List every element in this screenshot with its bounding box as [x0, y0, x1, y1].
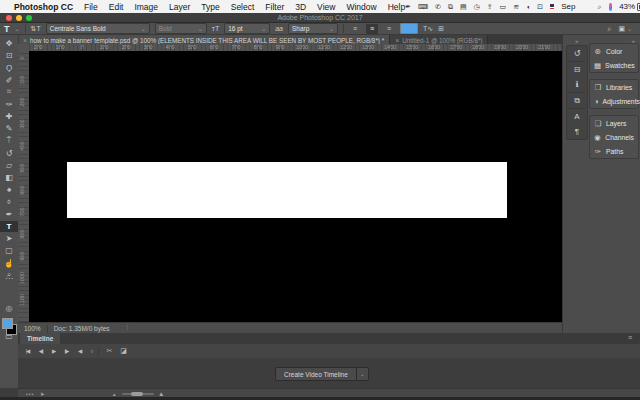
split-button[interactable]: ✂ [104, 346, 115, 356]
display-arrow-icon[interactable]: ▤ [460, 3, 467, 11]
spotlight-icon[interactable]: ⌕ [598, 3, 602, 11]
healing-brush-tool[interactable]: ✚ [0, 111, 18, 122]
menu-3d[interactable]: 3D [295, 2, 306, 12]
anti-alias-select[interactable]: Sharp⌄ [288, 23, 338, 34]
panel-button-channels[interactable]: ◉Channels [590, 130, 638, 144]
search-icon[interactable]: ⌕ [607, 25, 611, 33]
quick-selection-tool[interactable]: ✐ [0, 75, 18, 86]
tab-label: Untitled-1 @ 100% (RGB/8*) [402, 37, 482, 44]
gradient-tool[interactable]: ◧ [0, 172, 18, 183]
eraser-tool[interactable]: ▱ [0, 160, 18, 171]
current-tool-icon[interactable]: T [4, 24, 10, 34]
character-panel-icon[interactable]: A [567, 109, 587, 124]
hand-tool[interactable]: ☝ [0, 258, 18, 269]
airplay-icon[interactable]: ⊡ [537, 3, 543, 11]
text-color-swatch[interactable] [400, 23, 418, 34]
align-center-button[interactable]: ≡ [366, 24, 378, 34]
close-tab-icon[interactable]: × [23, 37, 27, 44]
menu-edit[interactable]: Edit [109, 2, 124, 12]
pen-tool[interactable]: ✒ [0, 209, 18, 220]
font-family-select[interactable]: Centrale Sans Bold⌄ [46, 23, 150, 34]
shape-tool[interactable]: ▢ [0, 245, 18, 256]
close-tab-icon[interactable]: × [395, 37, 399, 44]
first-frame-button[interactable]: |◀ [22, 346, 33, 356]
align-right-button[interactable]: ≡ [383, 24, 395, 34]
blur-tool[interactable]: ♠ [0, 184, 18, 195]
paragraph-panel-icon[interactable]: ¶ [567, 124, 587, 139]
timeline-zoom-handle[interactable] [131, 392, 143, 396]
panel-button-color[interactable]: ⊛Color [590, 44, 638, 58]
move-tool[interactable]: ✥ [0, 38, 18, 49]
create-video-timeline-button[interactable]: Create Video Timeline [275, 367, 357, 381]
dodge-tool[interactable]: ⌽ [0, 197, 18, 208]
settings-button[interactable]: ○ [86, 346, 97, 356]
warp-text-icon[interactable]: T∿ [423, 25, 433, 33]
clone-stamp-tool[interactable]: ⍑ [0, 136, 18, 147]
marquee-tool[interactable]: ⊡ [0, 50, 18, 61]
menu-file[interactable]: File [84, 2, 98, 12]
font-size-select[interactable]: 16 pt⌄ [224, 23, 270, 34]
battery-indicator[interactable]: 43% [619, 2, 640, 11]
menu-type[interactable]: Type [201, 2, 219, 12]
timeline-type-chevron-icon[interactable]: ⌄ [357, 367, 369, 381]
collapse-dock-icon[interactable]: » [575, 38, 578, 44]
panel-label: Adjustments [603, 98, 640, 105]
menu-window[interactable]: Window [346, 2, 376, 12]
edit-toolbar-icon[interactable]: ⋯ [0, 273, 18, 284]
menu-app-name[interactable]: Photoshop CC [14, 2, 73, 12]
input-source-flag-icon[interactable] [550, 4, 554, 10]
tab-timeline[interactable]: Timeline [20, 333, 60, 344]
lasso-tool[interactable]: Ϙ [0, 62, 18, 73]
transition-button[interactable]: ◪ [118, 346, 129, 356]
previous-frame-button[interactable]: ◀| [35, 346, 46, 356]
upload-icon[interactable]: ⇪ [487, 3, 493, 11]
foreground-color-swatch[interactable] [2, 318, 13, 329]
text-orientation-icon[interactable]: ⇅T [31, 25, 41, 33]
font-style-select[interactable]: Bold⌄ [155, 23, 207, 34]
info-panel-icon[interactable]: ℹ [567, 77, 587, 92]
keyboard-icon[interactable]: ⌨ [418, 3, 428, 11]
menu-layer[interactable]: Layer [169, 2, 190, 12]
quick-mask-icon[interactable]: ◎ [0, 303, 18, 314]
toggle-panels-icon[interactable]: ⊞ [438, 25, 444, 33]
brush-tool[interactable]: ✎ [0, 123, 18, 134]
screen-mode-icon[interactable]: ▣ ⌄ [618, 25, 632, 33]
tool-preset-chevron-icon[interactable]: ⌄ [15, 25, 20, 32]
play-button[interactable]: ▶ [48, 346, 59, 356]
timeline-panel-menu-icon[interactable]: ≡ [628, 334, 632, 341]
history-brush-tool[interactable]: ↺ [0, 148, 18, 159]
libraries-icon: ❒ [594, 83, 602, 92]
menu-image[interactable]: Image [134, 2, 158, 12]
time-machine-icon[interactable]: ◷ [474, 3, 480, 11]
crop-tool[interactable]: ⌗ [0, 87, 18, 98]
path-selection-tool[interactable]: ➤ [0, 233, 18, 244]
clone-source-panel-icon[interactable]: ⧉ [567, 93, 587, 108]
menu-select[interactable]: Select [231, 2, 255, 12]
eyedropper-tool[interactable]: ✑ [0, 99, 18, 110]
type-tool[interactable]: T [0, 221, 18, 232]
status-options-chevron-icon[interactable]: 〉 [126, 324, 133, 333]
panel-button-libraries[interactable]: ❒Libraries [590, 80, 638, 94]
panel-button-swatches[interactable]: ▦Swatches [590, 58, 638, 72]
siri-icon[interactable] [609, 3, 613, 11]
volume-icon[interactable]: ◖ [526, 3, 530, 11]
wand-icon[interactable]: ✆ [435, 3, 441, 11]
pen-icon[interactable]: ✒ [405, 3, 411, 11]
panel-button-layers[interactable]: ❏Layers [590, 116, 638, 130]
properties-panel-icon[interactable]: ⊟ [567, 62, 587, 77]
sidecar-icon[interactable]: ▭ [500, 3, 507, 11]
wifi-icon[interactable]: ≋ [513, 3, 519, 11]
menu-help[interactable]: Help [388, 2, 405, 12]
white-banner-shape[interactable] [67, 162, 507, 218]
panel-button-adjustments[interactable]: ◑Adjustments [590, 94, 638, 108]
next-frame-button[interactable]: |▶ [61, 346, 72, 356]
windows-icon[interactable]: ⧉ [448, 3, 453, 11]
history-panel-icon[interactable]: ↺ [567, 46, 587, 61]
panel-button-paths[interactable]: ✑Paths [590, 144, 638, 158]
align-left-button[interactable]: ≡ [349, 24, 361, 34]
menu-filter[interactable]: Filter [265, 2, 284, 12]
audio-button[interactable]: ◀ [74, 346, 85, 356]
menu-view[interactable]: View [317, 2, 335, 12]
zoom-in-thumbnails-icon[interactable]: ▲ [158, 390, 164, 397]
zoom-level-field[interactable]: 100% [24, 325, 41, 332]
